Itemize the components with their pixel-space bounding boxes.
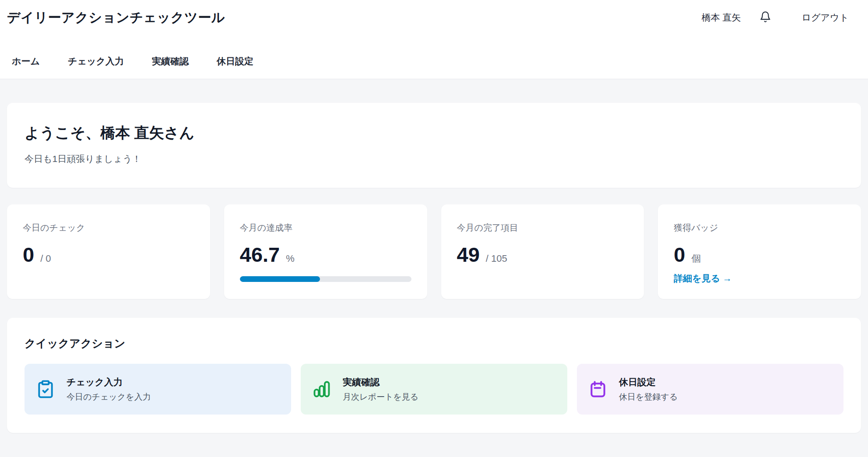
achievement-progress-bar bbox=[240, 276, 411, 282]
calendar-icon bbox=[588, 380, 608, 399]
nav-item-holiday-settings[interactable]: 休日設定 bbox=[217, 55, 253, 67]
quick-action-subtitle: 今日のチェックを入力 bbox=[67, 391, 151, 403]
stat-label: 今月の完了項目 bbox=[457, 222, 629, 234]
bell-icon bbox=[759, 11, 771, 24]
clipboard-check-icon bbox=[36, 380, 55, 399]
quick-action-title: チェック入力 bbox=[67, 376, 151, 388]
logout-button[interactable]: ログアウト bbox=[802, 11, 849, 24]
quick-action-subtitle: 月次レポートを見る bbox=[343, 391, 418, 403]
notifications-button[interactable] bbox=[759, 11, 771, 24]
welcome-card: ようこそ、橋本 直矢さん 今日も1日頑張りましょう！ bbox=[7, 103, 861, 188]
bar-chart-icon bbox=[312, 380, 331, 399]
quick-action-title: 実績確認 bbox=[343, 376, 418, 388]
stat-label: 今月の達成率 bbox=[240, 222, 411, 234]
quick-action-title: 休日設定 bbox=[619, 376, 678, 388]
stat-value: 46.7 bbox=[240, 244, 280, 265]
stat-value: 0 bbox=[23, 244, 34, 265]
main-nav: ホーム チェック入力 実績確認 休日設定 bbox=[12, 55, 849, 67]
stat-label: 今日のチェック bbox=[23, 222, 194, 234]
stat-suffix: / 0 bbox=[40, 253, 51, 264]
quick-action-check-input[interactable]: チェック入力 今日のチェックを入力 bbox=[25, 364, 291, 415]
quick-action-subtitle: 休日を登録する bbox=[619, 391, 678, 403]
stat-suffix: / 105 bbox=[486, 253, 507, 264]
stat-suffix: % bbox=[286, 253, 295, 264]
stat-card-monthly-rate: 今月の達成率 46.7 % bbox=[224, 204, 427, 299]
stat-card-today-checks: 今日のチェック 0 / 0 bbox=[7, 204, 210, 299]
stat-suffix: 個 bbox=[691, 252, 701, 265]
quick-actions-section: クイックアクション チェック入力 今日のチェックを入力 bbox=[7, 318, 861, 433]
dashboard-main: ようこそ、橋本 直矢さん 今日も1日頑張りましょう！ 今日のチェック 0 / 0… bbox=[0, 103, 868, 433]
nav-item-check-input[interactable]: チェック入力 bbox=[68, 55, 124, 67]
nav-item-home[interactable]: ホーム bbox=[12, 55, 40, 67]
badge-details-link[interactable]: 詳細を見る → bbox=[674, 272, 732, 285]
quick-actions-title: クイックアクション bbox=[25, 336, 843, 351]
stat-card-badges: 獲得バッジ 0 個 詳細を見る → bbox=[658, 204, 861, 299]
stat-value: 49 bbox=[457, 244, 480, 265]
welcome-title: ようこそ、橋本 直矢さん bbox=[25, 123, 843, 143]
app-header: デイリーアクションチェックツール 橋本 直矢 ログアウト ホーム チェック入力 … bbox=[0, 0, 868, 79]
stat-card-monthly-completed: 今月の完了項目 49 / 105 bbox=[441, 204, 644, 299]
quick-action-holiday-settings[interactable]: 休日設定 休日を登録する bbox=[577, 364, 843, 415]
welcome-subtitle: 今日も1日頑張りましょう！ bbox=[25, 153, 843, 165]
nav-item-results[interactable]: 実績確認 bbox=[152, 55, 189, 67]
quick-action-results[interactable]: 実績確認 月次レポートを見る bbox=[301, 364, 567, 415]
app-title: デイリーアクションチェックツール bbox=[7, 9, 225, 27]
stat-label: 獲得バッジ bbox=[674, 222, 845, 234]
user-name: 橋本 直矢 bbox=[702, 11, 741, 24]
achievement-progress-fill bbox=[240, 276, 320, 282]
stats-row: 今日のチェック 0 / 0 今月の達成率 46.7 % 今月の完了項目 49 /… bbox=[7, 204, 861, 299]
stat-value: 0 bbox=[674, 244, 685, 265]
